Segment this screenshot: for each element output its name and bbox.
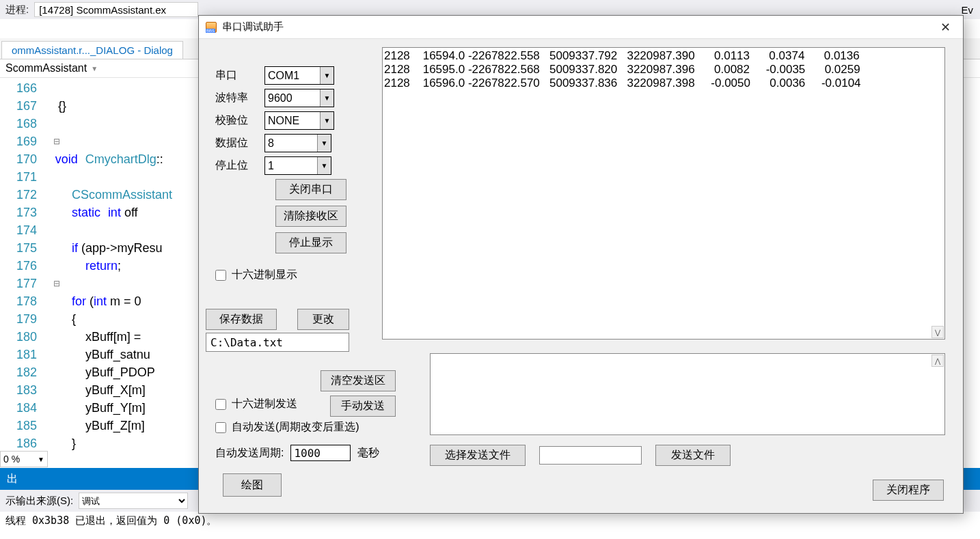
close-port-button[interactable]: 关闭串口 bbox=[275, 179, 346, 200]
auto-send-checkbox-row: 自动发送(周期改变后重选) bbox=[215, 420, 359, 434]
stopbits-select[interactable]: 1▼ bbox=[264, 156, 331, 175]
baud-select[interactable]: 9600▼ bbox=[264, 89, 334, 107]
tab-dialog[interactable]: ommAssistant.r..._DIALOG - Dialog bbox=[1, 41, 183, 59]
chevron-down-icon: ▼ bbox=[320, 89, 334, 107]
databits-label: 数据位 bbox=[215, 136, 264, 150]
scroll-down-icon[interactable]: ⋁ bbox=[931, 326, 944, 338]
period-unit: 毫秒 bbox=[357, 446, 379, 460]
port-select[interactable]: COM1▼ bbox=[264, 66, 334, 85]
dialog-titlebar[interactable]: 串口调试助手 ✕ bbox=[199, 16, 963, 39]
hex-display-checkbox[interactable] bbox=[215, 270, 226, 281]
hex-send-checkbox[interactable] bbox=[215, 399, 226, 410]
close-icon[interactable]: ✕ bbox=[935, 18, 956, 36]
breadcrumb-scope[interactable]: ScommAssistant bbox=[5, 62, 87, 74]
hex-display-checkbox-row: 十六进制显示 bbox=[215, 268, 297, 282]
parity-label: 校验位 bbox=[215, 113, 264, 128]
file-path-display bbox=[539, 446, 642, 465]
receive-textarea[interactable]: 2128 16594.0 -2267822.558 5009337.792 32… bbox=[382, 47, 945, 340]
send-control-buttons: 清空发送区 手动发送 bbox=[321, 370, 396, 417]
hex-send-label: 十六进制发送 bbox=[232, 397, 297, 411]
fold-icon[interactable]: ⊟ bbox=[53, 275, 60, 292]
chevron-down-icon[interactable]: ▼ bbox=[91, 65, 98, 72]
dialog-title: 串口调试助手 bbox=[222, 20, 284, 33]
auto-send-label: 自动发送(周期改变后重选) bbox=[232, 420, 359, 434]
app-icon bbox=[206, 22, 217, 33]
databits-select[interactable]: 8▼ bbox=[264, 134, 331, 152]
right-label: Ev bbox=[961, 4, 973, 16]
save-path-input[interactable] bbox=[206, 333, 349, 352]
manual-send-button[interactable]: 手动发送 bbox=[330, 396, 396, 417]
process-label: 进程: bbox=[5, 3, 29, 16]
port-label: 串口 bbox=[215, 68, 264, 83]
chevron-down-icon: ▼ bbox=[317, 157, 331, 174]
zoom-combo[interactable]: 0 %▼ bbox=[0, 451, 48, 467]
draw-button[interactable]: 绘图 bbox=[223, 473, 282, 497]
clear-send-button[interactable]: 清空发送区 bbox=[321, 370, 396, 391]
output-source-select[interactable]: 调试 bbox=[79, 493, 188, 509]
period-label: 自动发送周期: bbox=[215, 446, 284, 460]
close-program-button[interactable]: 关闭程序 bbox=[873, 480, 944, 501]
process-combo[interactable] bbox=[34, 2, 198, 17]
scroll-up-icon[interactable]: ⋀ bbox=[931, 355, 944, 367]
serial-debug-dialog: 串口调试助手 ✕ 串口 COM1▼ 波特率 9600▼ 校验位 NONE▼ 数据… bbox=[198, 15, 964, 514]
hex-display-label: 十六进制显示 bbox=[232, 268, 297, 282]
clear-recv-button[interactable]: 清除接收区 bbox=[275, 206, 346, 227]
save-row: 保存数据 更改 bbox=[206, 309, 349, 330]
period-row: 自动发送周期: 毫秒 bbox=[215, 445, 379, 461]
stopbits-label: 停止位 bbox=[215, 158, 264, 173]
modify-button[interactable]: 更改 bbox=[297, 309, 349, 330]
send-textarea[interactable]: ⋀ bbox=[430, 353, 945, 435]
auto-send-checkbox[interactable] bbox=[215, 422, 226, 433]
control-buttons: 关闭串口 清除接收区 停止显示 bbox=[275, 179, 346, 253]
output-source-label: 示输出来源(S): bbox=[5, 495, 73, 508]
serial-config: 串口 COM1▼ 波特率 9600▼ 校验位 NONE▼ 数据位 8▼ 停止位 … bbox=[215, 66, 334, 179]
chevron-down-icon: ▼ bbox=[320, 112, 334, 129]
choose-file-button[interactable]: 选择发送文件 bbox=[430, 445, 526, 466]
output-text[interactable]: 线程 0x3b38 已退出，返回值为 0 (0x0)。 bbox=[0, 512, 980, 539]
hex-send-checkbox-row: 十六进制发送 bbox=[215, 397, 297, 411]
chevron-down-icon: ▼ bbox=[317, 135, 331, 152]
line-number-gutter: 166 167 168 169 170 171 172 173 174 175 … bbox=[0, 79, 48, 450]
dialog-body: 串口 COM1▼ 波特率 9600▼ 校验位 NONE▼ 数据位 8▼ 停止位 … bbox=[199, 39, 963, 513]
save-data-button[interactable]: 保存数据 bbox=[206, 309, 277, 330]
send-file-button[interactable]: 发送文件 bbox=[655, 445, 731, 466]
period-input[interactable] bbox=[290, 445, 351, 461]
parity-select[interactable]: NONE▼ bbox=[264, 111, 334, 130]
chevron-down-icon: ▼ bbox=[320, 67, 334, 84]
fold-icon[interactable]: ⊟ bbox=[53, 133, 60, 150]
file-send-row: 选择发送文件 发送文件 bbox=[430, 445, 731, 466]
stop-display-button[interactable]: 停止显示 bbox=[275, 232, 346, 253]
baud-label: 波特率 bbox=[215, 91, 264, 105]
chevron-down-icon: ▼ bbox=[38, 456, 44, 463]
